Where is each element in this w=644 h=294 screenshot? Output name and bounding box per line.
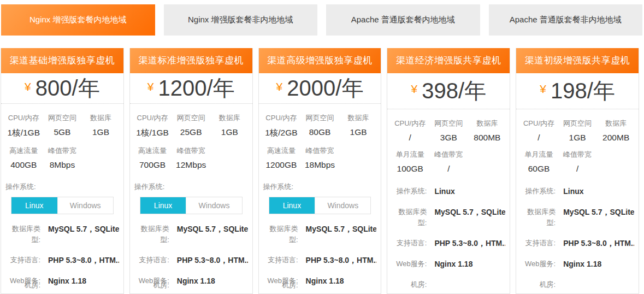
plan-card-advanced: 渠道高级增强版独享虚机 ¥2000/年 CPU/内存1核/2GB 网页空间80G… [258, 48, 382, 294]
detail-os: 操作系统:Linux [521, 186, 634, 197]
detail-web-server: Web服务:Nginx 1.18 [392, 258, 505, 270]
spec-traffic: 高速流量700GB [133, 146, 172, 170]
spec-webspace: 网页空间5GB [43, 113, 82, 139]
currency-symbol: ¥ [25, 80, 31, 93]
currency-symbol: ¥ [147, 80, 154, 93]
detail-datacenter: 机房: [521, 279, 634, 290]
spec-webspace: 网页空间80GB [300, 113, 339, 139]
detail-languages: 支持语言:PHP 5.3~8.0，HTM... [521, 238, 634, 249]
currency-symbol: ¥ [540, 83, 546, 96]
os-toggle: Linux Windows [11, 197, 114, 214]
plan-card-economy: 渠道经济增强版共享虚机 ¥398/年 CPU/内存/ 网页空间3GB 数据库80… [387, 48, 510, 294]
os-toggle: Linux Windows [140, 197, 243, 214]
tab-apache-normal-mainland[interactable]: Apache 普通版套餐内地地域 [326, 4, 480, 36]
currency-symbol: ¥ [411, 83, 418, 96]
detail-list: 操作系统:Linux 数据库类型:MySQL 5.7，SQLite 支持语言:P… [392, 174, 505, 293]
price-amount: 800 [36, 76, 72, 101]
spec-webspace: 网页空间3GB [429, 119, 468, 143]
spec-grid: CPU/内存/ 网页空间1GB 数据库200MB 单月流量60GB 峰值带宽/ [516, 109, 639, 174]
spec-bandwidth: 峰值带宽/ [558, 150, 597, 174]
spec-database: 数据库1GB [339, 113, 378, 139]
spec-cpu: CPU/内存1核/2GB [262, 113, 301, 139]
tab-apache-normal-non-mainland[interactable]: Apache 普通版套餐非内地地域 [489, 4, 643, 36]
plan-title: 渠道初级增强版共享虚机 [516, 48, 639, 73]
linux-button[interactable]: Linux [269, 197, 315, 214]
plan-title: 渠道基础增强版独享虚机 [1, 48, 123, 73]
spec-grid: CPU/内存1核/1GB 网页空间25GB 数据库1GB 高速流量700GB 峰… [130, 104, 252, 170]
os-label: 操作系统: [5, 182, 118, 192]
spec-database: 数据库200MB [596, 119, 635, 143]
os-toggle: Linux Windows [269, 197, 371, 214]
windows-button[interactable]: Windows [315, 197, 370, 214]
plan-price: ¥2000/年 [259, 73, 381, 103]
currency-symbol: ¥ [276, 80, 283, 93]
windows-button[interactable]: Windows [57, 197, 113, 214]
detail-datacenter: 机房: [392, 279, 505, 290]
spec-database: 数据库800MB [468, 119, 507, 143]
price-unit: /年 [458, 76, 486, 106]
detail-datacenter: 机房: [5, 280, 119, 291]
price-amount: 1200 [158, 76, 206, 101]
detail-datacenter: 机房: [263, 280, 377, 291]
spec-bandwidth: 峰值带宽18Mbps [300, 146, 339, 170]
detail-languages: 支持语言:PHP 5.3~8.0，HTM... [263, 255, 377, 266]
detail-db-type: 数据库类型:MySQL 5.7，SQLite [134, 224, 248, 245]
spec-database: 数据库1GB [210, 113, 249, 139]
price-unit: /年 [587, 76, 615, 106]
plan-card-standard: 渠道标准增强版独享虚机 ¥1200/年 CPU/内存1核/1GB 网页空间25G… [129, 48, 253, 294]
price-amount: 198 [551, 79, 587, 103]
spec-cpu: CPU/内存/ [519, 119, 558, 143]
price-amount: 398 [422, 79, 458, 103]
windows-button[interactable]: Windows [186, 197, 241, 214]
linux-button[interactable]: Linux [140, 197, 186, 214]
spec-cpu: CPU/内存/ [391, 119, 429, 143]
spec-grid: CPU/内存1核/1GB 网页空间5GB 数据库1GB 高速流量400GB 峰值… [1, 104, 123, 170]
spec-webspace: 网页空间1GB [558, 119, 597, 143]
os-label: 操作系统: [263, 182, 376, 192]
spec-database: 数据库1GB [81, 113, 120, 139]
detail-db-type: 数据库类型:MySQL 5.7，SQLite [263, 224, 377, 245]
plan-price: ¥398/年 [387, 73, 510, 109]
spec-grid: CPU/内存/ 网页空间3GB 数据库800MB 单月流量100GB 峰值带宽/ [387, 109, 510, 174]
plan-price: ¥198/年 [516, 73, 639, 109]
detail-languages: 支持语言:PHP 5.3~8.0，HTM... [134, 255, 248, 266]
price-unit: /年 [72, 73, 100, 103]
plan-title: 渠道经济增强版共享虚机 [387, 48, 510, 73]
linux-button[interactable]: Linux [11, 197, 57, 214]
spec-traffic: 单月流量60GB [519, 150, 558, 174]
plan-title: 渠道标准增强版独享虚机 [130, 48, 252, 73]
detail-db-type: 数据库类型:MySQL 5.7，SQLite [392, 207, 505, 228]
tab-nginx-enhanced-mainland[interactable]: Nginx 增强版套餐内地地域 [1, 4, 155, 36]
spec-cpu: CPU/内存1核/1GB [133, 113, 172, 139]
plan-card-starter: 渠道初级增强版共享虚机 ¥198/年 CPU/内存/ 网页空间1GB 数据库20… [516, 48, 639, 294]
tab-nginx-enhanced-non-mainland[interactable]: Nginx 增强版套餐非内地地域 [164, 4, 318, 36]
detail-languages: 支持语言:PHP 5.3~8.0，HTM... [392, 238, 505, 249]
spec-grid: CPU/内存1核/2GB 网页空间80GB 数据库1GB 高速流量1200GB … [259, 104, 381, 170]
spec-webspace: 网页空间25GB [172, 113, 210, 139]
detail-datacenter: 机房: [134, 280, 248, 291]
spec-traffic: 高速流量400GB [4, 146, 43, 170]
spec-bandwidth: 峰值带宽8Mbps [43, 146, 82, 170]
detail-db-type: 数据库类型:MySQL 5.7，SQLite [521, 207, 634, 228]
plan-cards-row: 渠道基础增强版独享虚机 ¥800/年 CPU/内存1核/1GB 网页空间5GB … [1, 48, 639, 294]
detail-db-type: 数据库类型:MySQL 5.7，SQLite [5, 224, 119, 245]
detail-list: 数据库类型:MySQL 5.7，SQLite 支持语言:PHP 5.3~8.0，… [5, 214, 119, 294]
plan-price: ¥800/年 [1, 73, 123, 103]
price-unit: /年 [206, 73, 234, 103]
detail-list: 数据库类型:MySQL 5.7，SQLite 支持语言:PHP 5.3~8.0，… [263, 214, 377, 294]
detail-list: 数据库类型:MySQL 5.7，SQLite 支持语言:PHP 5.3~8.0，… [134, 214, 248, 294]
price-unit: /年 [335, 73, 363, 103]
os-label: 操作系统: [134, 182, 247, 192]
plan-price: ¥1200/年 [130, 73, 252, 103]
detail-list: 操作系统:Linux 数据库类型:MySQL 5.7，SQLite 支持语言:P… [521, 174, 634, 293]
detail-web-server: Web服务:Nginx 1.18 [521, 258, 634, 270]
spec-traffic: 单月流量100GB [391, 150, 429, 174]
detail-os: 操作系统:Linux [392, 186, 505, 197]
spec-bandwidth: 峰值带宽/ [429, 150, 468, 174]
plan-tab-bar: Nginx 增强版套餐内地地域 Nginx 增强版套餐非内地地域 Apache … [0, 0, 644, 36]
plan-card-basic: 渠道基础增强版独享虚机 ¥800/年 CPU/内存1核/1GB 网页空间5GB … [1, 48, 124, 294]
spec-bandwidth: 峰值带宽12Mbps [172, 146, 210, 170]
spec-traffic: 高速流量1200GB [262, 146, 301, 170]
plan-title: 渠道高级增强版独享虚机 [259, 48, 381, 73]
detail-languages: 支持语言:PHP 5.3~8.0，HTM... [5, 255, 119, 266]
